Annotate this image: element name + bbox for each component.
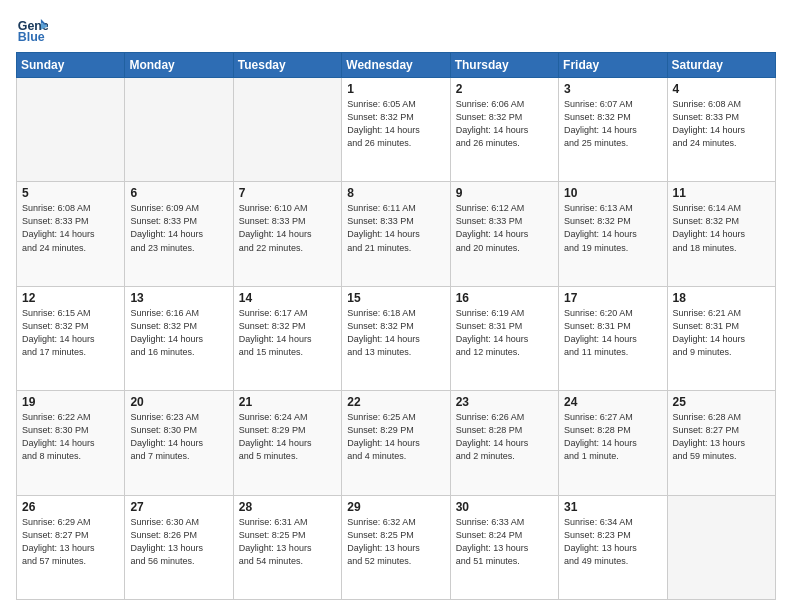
calendar-cell: [17, 78, 125, 182]
day-info: Sunrise: 6:22 AM Sunset: 8:30 PM Dayligh…: [22, 411, 119, 463]
day-number: 1: [347, 82, 444, 96]
day-number: 14: [239, 291, 336, 305]
svg-text:Blue: Blue: [18, 30, 45, 44]
day-info: Sunrise: 6:30 AM Sunset: 8:26 PM Dayligh…: [130, 516, 227, 568]
day-info: Sunrise: 6:20 AM Sunset: 8:31 PM Dayligh…: [564, 307, 661, 359]
day-info: Sunrise: 6:17 AM Sunset: 8:32 PM Dayligh…: [239, 307, 336, 359]
calendar-cell: 24Sunrise: 6:27 AM Sunset: 8:28 PM Dayli…: [559, 391, 667, 495]
day-info: Sunrise: 6:05 AM Sunset: 8:32 PM Dayligh…: [347, 98, 444, 150]
day-info: Sunrise: 6:31 AM Sunset: 8:25 PM Dayligh…: [239, 516, 336, 568]
day-number: 24: [564, 395, 661, 409]
day-number: 10: [564, 186, 661, 200]
header-saturday: Saturday: [667, 53, 775, 78]
calendar-week-row: 26Sunrise: 6:29 AM Sunset: 8:27 PM Dayli…: [17, 495, 776, 599]
calendar-cell: 9Sunrise: 6:12 AM Sunset: 8:33 PM Daylig…: [450, 182, 558, 286]
calendar-cell: 20Sunrise: 6:23 AM Sunset: 8:30 PM Dayli…: [125, 391, 233, 495]
calendar-cell: 28Sunrise: 6:31 AM Sunset: 8:25 PM Dayli…: [233, 495, 341, 599]
header-monday: Monday: [125, 53, 233, 78]
day-number: 8: [347, 186, 444, 200]
day-number: 5: [22, 186, 119, 200]
calendar-cell: 8Sunrise: 6:11 AM Sunset: 8:33 PM Daylig…: [342, 182, 450, 286]
header-friday: Friday: [559, 53, 667, 78]
day-info: Sunrise: 6:28 AM Sunset: 8:27 PM Dayligh…: [673, 411, 770, 463]
day-info: Sunrise: 6:09 AM Sunset: 8:33 PM Dayligh…: [130, 202, 227, 254]
calendar-cell: 5Sunrise: 6:08 AM Sunset: 8:33 PM Daylig…: [17, 182, 125, 286]
day-number: 7: [239, 186, 336, 200]
day-number: 23: [456, 395, 553, 409]
day-info: Sunrise: 6:16 AM Sunset: 8:32 PM Dayligh…: [130, 307, 227, 359]
day-info: Sunrise: 6:08 AM Sunset: 8:33 PM Dayligh…: [673, 98, 770, 150]
calendar-cell: 3Sunrise: 6:07 AM Sunset: 8:32 PM Daylig…: [559, 78, 667, 182]
day-info: Sunrise: 6:12 AM Sunset: 8:33 PM Dayligh…: [456, 202, 553, 254]
calendar-cell: 19Sunrise: 6:22 AM Sunset: 8:30 PM Dayli…: [17, 391, 125, 495]
day-info: Sunrise: 6:07 AM Sunset: 8:32 PM Dayligh…: [564, 98, 661, 150]
calendar-cell: [667, 495, 775, 599]
day-info: Sunrise: 6:14 AM Sunset: 8:32 PM Dayligh…: [673, 202, 770, 254]
calendar-cell: 1Sunrise: 6:05 AM Sunset: 8:32 PM Daylig…: [342, 78, 450, 182]
calendar-cell: 27Sunrise: 6:30 AM Sunset: 8:26 PM Dayli…: [125, 495, 233, 599]
calendar-cell: 22Sunrise: 6:25 AM Sunset: 8:29 PM Dayli…: [342, 391, 450, 495]
calendar-week-row: 12Sunrise: 6:15 AM Sunset: 8:32 PM Dayli…: [17, 286, 776, 390]
day-info: Sunrise: 6:15 AM Sunset: 8:32 PM Dayligh…: [22, 307, 119, 359]
day-number: 4: [673, 82, 770, 96]
calendar-cell: [125, 78, 233, 182]
logo: General Blue: [16, 12, 52, 44]
calendar-cell: 26Sunrise: 6:29 AM Sunset: 8:27 PM Dayli…: [17, 495, 125, 599]
day-info: Sunrise: 6:24 AM Sunset: 8:29 PM Dayligh…: [239, 411, 336, 463]
calendar-header-row: SundayMondayTuesdayWednesdayThursdayFrid…: [17, 53, 776, 78]
header: General Blue: [16, 12, 776, 44]
header-thursday: Thursday: [450, 53, 558, 78]
calendar-cell: 17Sunrise: 6:20 AM Sunset: 8:31 PM Dayli…: [559, 286, 667, 390]
day-info: Sunrise: 6:19 AM Sunset: 8:31 PM Dayligh…: [456, 307, 553, 359]
calendar-cell: 14Sunrise: 6:17 AM Sunset: 8:32 PM Dayli…: [233, 286, 341, 390]
day-info: Sunrise: 6:33 AM Sunset: 8:24 PM Dayligh…: [456, 516, 553, 568]
day-number: 2: [456, 82, 553, 96]
calendar-cell: 12Sunrise: 6:15 AM Sunset: 8:32 PM Dayli…: [17, 286, 125, 390]
day-info: Sunrise: 6:13 AM Sunset: 8:32 PM Dayligh…: [564, 202, 661, 254]
day-info: Sunrise: 6:25 AM Sunset: 8:29 PM Dayligh…: [347, 411, 444, 463]
calendar-cell: 7Sunrise: 6:10 AM Sunset: 8:33 PM Daylig…: [233, 182, 341, 286]
logo-icon: General Blue: [16, 12, 48, 44]
calendar-week-row: 19Sunrise: 6:22 AM Sunset: 8:30 PM Dayli…: [17, 391, 776, 495]
calendar-cell: 30Sunrise: 6:33 AM Sunset: 8:24 PM Dayli…: [450, 495, 558, 599]
day-number: 18: [673, 291, 770, 305]
day-info: Sunrise: 6:26 AM Sunset: 8:28 PM Dayligh…: [456, 411, 553, 463]
header-wednesday: Wednesday: [342, 53, 450, 78]
calendar-week-row: 5Sunrise: 6:08 AM Sunset: 8:33 PM Daylig…: [17, 182, 776, 286]
day-number: 26: [22, 500, 119, 514]
day-number: 30: [456, 500, 553, 514]
day-number: 15: [347, 291, 444, 305]
calendar-cell: 29Sunrise: 6:32 AM Sunset: 8:25 PM Dayli…: [342, 495, 450, 599]
calendar-cell: 23Sunrise: 6:26 AM Sunset: 8:28 PM Dayli…: [450, 391, 558, 495]
calendar-cell: 18Sunrise: 6:21 AM Sunset: 8:31 PM Dayli…: [667, 286, 775, 390]
day-info: Sunrise: 6:32 AM Sunset: 8:25 PM Dayligh…: [347, 516, 444, 568]
calendar-cell: 11Sunrise: 6:14 AM Sunset: 8:32 PM Dayli…: [667, 182, 775, 286]
day-info: Sunrise: 6:27 AM Sunset: 8:28 PM Dayligh…: [564, 411, 661, 463]
day-number: 21: [239, 395, 336, 409]
day-number: 6: [130, 186, 227, 200]
calendar-cell: 31Sunrise: 6:34 AM Sunset: 8:23 PM Dayli…: [559, 495, 667, 599]
day-number: 16: [456, 291, 553, 305]
day-number: 31: [564, 500, 661, 514]
day-number: 3: [564, 82, 661, 96]
day-info: Sunrise: 6:18 AM Sunset: 8:32 PM Dayligh…: [347, 307, 444, 359]
calendar-cell: 2Sunrise: 6:06 AM Sunset: 8:32 PM Daylig…: [450, 78, 558, 182]
day-number: 11: [673, 186, 770, 200]
calendar-cell: 15Sunrise: 6:18 AM Sunset: 8:32 PM Dayli…: [342, 286, 450, 390]
day-number: 27: [130, 500, 227, 514]
calendar-cell: 21Sunrise: 6:24 AM Sunset: 8:29 PM Dayli…: [233, 391, 341, 495]
header-sunday: Sunday: [17, 53, 125, 78]
header-tuesday: Tuesday: [233, 53, 341, 78]
day-number: 12: [22, 291, 119, 305]
day-number: 28: [239, 500, 336, 514]
calendar-cell: 13Sunrise: 6:16 AM Sunset: 8:32 PM Dayli…: [125, 286, 233, 390]
calendar-cell: [233, 78, 341, 182]
day-number: 17: [564, 291, 661, 305]
day-number: 19: [22, 395, 119, 409]
day-info: Sunrise: 6:29 AM Sunset: 8:27 PM Dayligh…: [22, 516, 119, 568]
calendar-cell: 6Sunrise: 6:09 AM Sunset: 8:33 PM Daylig…: [125, 182, 233, 286]
calendar-cell: 4Sunrise: 6:08 AM Sunset: 8:33 PM Daylig…: [667, 78, 775, 182]
day-info: Sunrise: 6:23 AM Sunset: 8:30 PM Dayligh…: [130, 411, 227, 463]
day-number: 22: [347, 395, 444, 409]
page: General Blue SundayMondayTuesdayWednesda…: [0, 0, 792, 612]
